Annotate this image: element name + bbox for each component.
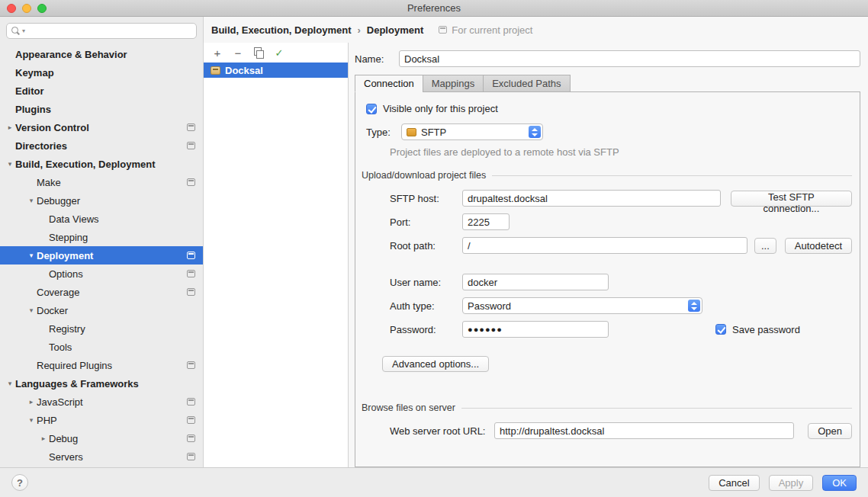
chevron-right-icon[interactable]: ▸	[38, 434, 49, 442]
sidebar-item-debug[interactable]: ▸Debug	[0, 429, 203, 447]
sidebar-item-version-control[interactable]: ▸Version Control	[0, 118, 203, 136]
sidebar-item-directories[interactable]: Directories	[0, 136, 203, 155]
copy-icon[interactable]	[252, 46, 265, 59]
chevron-right-icon[interactable]: ▸	[26, 398, 37, 406]
titlebar: Preferences	[0, 0, 868, 17]
chevron-down-icon[interactable]: ▾	[26, 252, 37, 259]
server-item-label: Docksal	[225, 65, 263, 76]
apply-button[interactable]: Apply	[769, 475, 814, 491]
chevron-down-icon[interactable]: ▾	[5, 380, 15, 387]
sidebar-item-options[interactable]: Options	[0, 265, 203, 283]
sidebar-item-appearance-behavior[interactable]: Appearance & Behavior	[0, 45, 203, 63]
save-password-label: Save password	[732, 324, 800, 335]
help-button[interactable]: ?	[11, 474, 28, 491]
test-sftp-connection-button[interactable]: Test SFTP connection...	[731, 191, 852, 207]
right-region: Build, Execution, Deployment › Deploymen…	[204, 17, 868, 467]
sidebar-item-make[interactable]: Make	[0, 173, 203, 191]
port-input[interactable]	[462, 213, 510, 230]
sftp-host-input[interactable]	[462, 190, 721, 207]
sidebar-item-debugger[interactable]: ▾Debugger	[0, 191, 203, 210]
web-root-input[interactable]	[494, 422, 794, 439]
use-as-default-icon[interactable]	[272, 46, 286, 59]
sidebar-item-build-execution-deployment[interactable]: ▾Build, Execution, Deployment	[0, 155, 203, 173]
root-path-input[interactable]	[462, 237, 747, 254]
sidebar-item-languages-frameworks[interactable]: ▾Languages & Frameworks	[0, 374, 203, 393]
checkbox-checked-icon[interactable]	[366, 104, 377, 114]
port-row: Port:	[390, 213, 852, 230]
select-stepper-icon	[688, 300, 700, 312]
ok-button[interactable]: OK	[822, 475, 857, 491]
sidebar-item-label: Servers	[49, 451, 83, 463]
password-row: Password: Save password	[390, 321, 852, 338]
sidebar-item-keymap[interactable]: Keymap	[0, 63, 203, 82]
add-icon[interactable]	[211, 46, 224, 59]
breadcrumb-item-build-execution-deployment[interactable]: Build, Execution, Deployment	[211, 24, 351, 36]
user-name-label: User name:	[390, 277, 462, 288]
server-list-item-docksal[interactable]: Docksal	[204, 63, 348, 78]
sidebar-item-data-views[interactable]: Data Views	[0, 210, 203, 228]
chevron-right-icon[interactable]: ▸	[5, 123, 15, 131]
section-divider	[492, 175, 852, 176]
browse-root-path-button[interactable]: ...	[754, 238, 776, 254]
deployment-server-icon	[211, 66, 220, 75]
sidebar-item-docker[interactable]: ▾Docker	[0, 301, 203, 319]
project-settings-icon	[187, 416, 195, 424]
visible-only-checkbox-row[interactable]: Visible only for this project	[366, 103, 852, 114]
breadcrumb: Build, Execution, Deployment › Deploymen…	[204, 17, 868, 43]
search-options-chevron-icon[interactable]: ▾	[22, 27, 25, 34]
sftp-host-row: SFTP host: Test SFTP connection...	[390, 190, 852, 207]
sidebar-item-plugins[interactable]: Plugins	[0, 100, 203, 118]
sidebar-item-stepping[interactable]: Stepping	[0, 228, 203, 246]
chevron-down-icon[interactable]: ▾	[26, 416, 37, 424]
project-settings-icon	[187, 434, 195, 442]
tab-connection[interactable]: Connection	[355, 75, 423, 92]
sidebar-item-label: PHP	[37, 415, 57, 426]
sidebar-item-coverage[interactable]: Coverage	[0, 283, 203, 301]
autodetect-button[interactable]: Autodetect	[785, 238, 852, 254]
minimize-button[interactable]	[22, 4, 31, 13]
advanced-options-button[interactable]: Advanced options...	[382, 356, 489, 372]
sidebar-item-required-plugins[interactable]: Required Plugins	[0, 356, 203, 374]
type-select[interactable]: SFTP	[401, 123, 543, 140]
window-title: Preferences	[407, 2, 461, 14]
sidebar-item-label: Tools	[49, 341, 72, 353]
sidebar-item-javascript[interactable]: ▸JavaScript	[0, 393, 203, 411]
name-input[interactable]	[399, 50, 860, 67]
tab-mappings[interactable]: Mappings	[423, 75, 484, 92]
browse-section-label: Browse files on server	[362, 402, 455, 413]
chevron-down-icon[interactable]: ▾	[5, 160, 15, 168]
zoom-button[interactable]	[37, 4, 47, 13]
user-name-input[interactable]	[462, 274, 609, 290]
settings-tree: Appearance & BehaviorKeymapEditorPlugins…	[0, 43, 203, 467]
search-input[interactable]	[27, 26, 191, 37]
chevron-down-icon[interactable]: ▾	[26, 306, 37, 314]
save-password-checkbox-row[interactable]: Save password	[715, 324, 800, 335]
auth-type-select[interactable]: Password	[462, 297, 702, 314]
sidebar-item-registry[interactable]: Registry	[0, 319, 203, 338]
sidebar-item-tools[interactable]: Tools	[0, 338, 203, 356]
open-button[interactable]: Open	[808, 423, 852, 439]
name-row: Name:	[355, 50, 860, 67]
type-row: Type: SFTP	[366, 123, 852, 140]
sidebar-item-label: Debug	[49, 433, 78, 444]
checkbox-checked-icon[interactable]	[715, 324, 726, 335]
password-input[interactable]	[462, 321, 609, 338]
web-root-label: Web server root URL:	[390, 425, 494, 437]
tab-excluded-paths[interactable]: Excluded Paths	[483, 75, 570, 92]
server-list: Docksal	[204, 63, 348, 467]
close-button[interactable]	[7, 4, 16, 13]
search-field[interactable]: ▾	[6, 23, 197, 39]
sidebar-item-deployment[interactable]: ▾Deployment	[0, 246, 203, 265]
remove-icon[interactable]	[231, 46, 245, 59]
chevron-down-icon[interactable]: ▾	[26, 197, 37, 204]
project-settings-icon	[187, 252, 195, 259]
sidebar-item-php[interactable]: ▾PHP	[0, 411, 203, 429]
server-list-panel: Docksal	[204, 43, 349, 467]
breadcrumb-item-deployment[interactable]: Deployment	[367, 24, 423, 36]
connection-tab-panel: Visible only for this project Type: SFTP…	[355, 91, 860, 467]
cancel-button[interactable]: Cancel	[709, 475, 759, 491]
breadcrumb-separator-icon: ›	[357, 24, 360, 36]
sidebar-item-servers[interactable]: Servers	[0, 447, 203, 466]
user-name-row: User name:	[390, 274, 852, 290]
sidebar-item-editor[interactable]: Editor	[0, 82, 203, 100]
